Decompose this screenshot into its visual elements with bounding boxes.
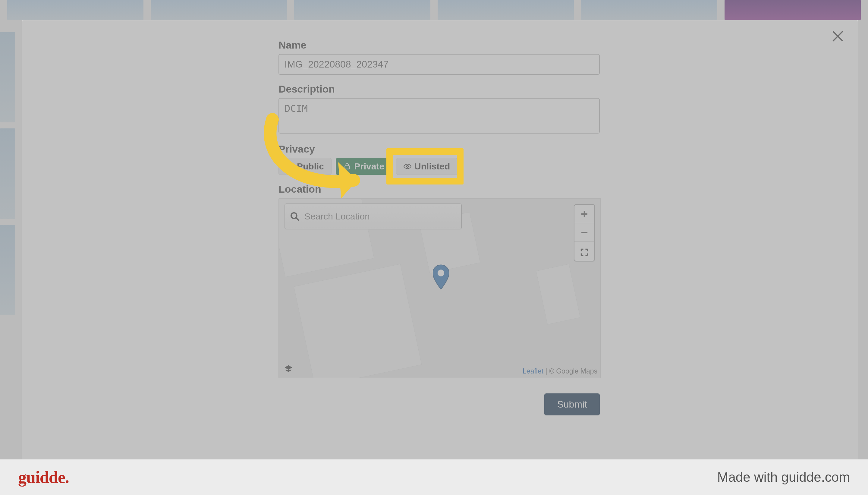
description-input[interactable]: DCIM <box>278 98 600 134</box>
name-group: Name <box>278 39 600 75</box>
map-attribution: Leaflet | © Google Maps <box>523 367 597 375</box>
edit-dialog: Name Description DCIM Privacy Public <box>22 20 858 463</box>
lock-icon <box>343 163 351 170</box>
watermark-banner: guidde. Made with guidde.com <box>0 459 868 495</box>
submit-button[interactable]: Submit <box>544 393 600 415</box>
leaflet-link[interactable]: Leaflet <box>523 367 543 375</box>
globe-icon <box>286 163 294 170</box>
map-search-input[interactable] <box>304 211 456 222</box>
map-search[interactable] <box>284 204 462 229</box>
annotation-highlight <box>386 148 464 185</box>
location-group: Location + − <box>278 183 600 378</box>
map[interactable]: + − Leaflet | © Google Maps <box>278 198 601 378</box>
svg-point-6 <box>291 213 297 219</box>
fullscreen-button[interactable] <box>574 242 594 261</box>
name-label: Name <box>278 39 600 51</box>
map-zoom-controls: + − <box>574 204 595 261</box>
close-button[interactable] <box>831 29 845 45</box>
privacy-public[interactable]: Public <box>278 158 331 175</box>
privacy-private-label: Private <box>354 161 384 172</box>
privacy-public-label: Public <box>297 161 324 172</box>
privacy-private[interactable]: Private <box>336 158 392 175</box>
description-label: Description <box>278 83 600 95</box>
fullscreen-icon <box>580 248 589 257</box>
layers-icon[interactable] <box>284 364 293 374</box>
svg-point-8 <box>438 270 445 276</box>
svg-rect-4 <box>345 166 349 169</box>
map-pin-icon <box>433 264 449 290</box>
zoom-in-button[interactable]: + <box>574 205 594 223</box>
svg-line-7 <box>296 218 299 220</box>
name-input[interactable] <box>278 54 600 75</box>
search-icon <box>290 211 299 221</box>
location-label: Location <box>278 183 600 195</box>
made-with-text: Made with guidde.com <box>717 470 850 485</box>
description-group: Description DCIM <box>278 83 600 135</box>
close-icon <box>831 29 845 44</box>
zoom-out-button[interactable]: − <box>574 223 594 242</box>
brand-logo: guidde. <box>18 467 69 487</box>
